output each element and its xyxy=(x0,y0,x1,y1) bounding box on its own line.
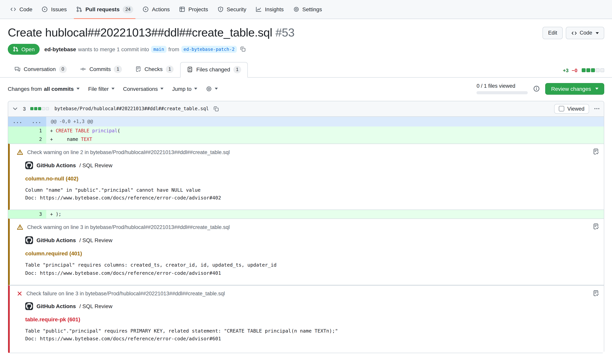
viewed-checkbox[interactable] xyxy=(559,106,564,111)
deletions-count: −0 xyxy=(572,67,577,73)
conversations-label: Conversations xyxy=(123,86,158,92)
author-login[interactable]: ed-bytebase xyxy=(44,46,76,52)
merge-text: wants to merge 1 commit into xyxy=(78,46,149,52)
pr-status-row: Open ed-bytebase wants to merge 1 commit… xyxy=(0,40,612,54)
tab-counter: 1 xyxy=(166,65,174,73)
github-avatar[interactable] xyxy=(25,302,33,310)
checklist-icon xyxy=(135,66,141,72)
pr-number: #53 xyxy=(275,26,294,39)
expand-dots[interactable]: ... xyxy=(8,117,27,126)
check-app-row: GitHub Actions / SQL Review xyxy=(25,236,597,244)
page: Code Issues Pull requests 24 Actions P xyxy=(0,0,612,364)
line-code: + CREATE TABLE principal( xyxy=(46,126,604,135)
chevron-down-icon[interactable] xyxy=(12,105,18,112)
pr-title-text: Create hublocal##20221013##ddl##create_t… xyxy=(8,26,272,39)
check-annotation-warning: Check warning on line 3 in bytebase/Prod… xyxy=(8,219,604,285)
hunk-header-row: ... ... @@ -0,0 +1,3 @@ xyxy=(8,117,604,126)
tab-checks[interactable]: Checks 1 xyxy=(129,62,180,77)
code-text: + name xyxy=(50,136,81,142)
check-run-icon[interactable] xyxy=(593,290,599,296)
check-app-name[interactable]: GitHub Actions xyxy=(37,237,76,243)
check-app-name[interactable]: GitHub Actions xyxy=(37,303,76,309)
edit-button[interactable]: Edit xyxy=(543,27,563,39)
check-app-row: GitHub Actions / SQL Review xyxy=(25,161,597,169)
code-keyword: CREATE TABLE xyxy=(56,128,89,133)
review-changes-button[interactable]: Review changes xyxy=(545,83,604,94)
line-number[interactable]: 1 xyxy=(8,126,46,135)
alert-icon xyxy=(17,224,23,231)
nav-item-label: Projects xyxy=(188,6,208,13)
nav-item-insights[interactable]: Insights xyxy=(252,0,288,19)
diffstat: +3 −0 xyxy=(563,67,604,77)
conversations-dropdown[interactable]: Conversations xyxy=(123,86,164,92)
file-diffstat-squares xyxy=(30,107,49,110)
annotation-header: Check failure on line 3 in bytebase/Prod… xyxy=(17,290,597,296)
github-avatar[interactable] xyxy=(25,161,33,169)
alert-icon xyxy=(17,149,23,156)
viewed-toggle[interactable]: Viewed xyxy=(554,104,589,114)
chevron-down-icon xyxy=(77,88,80,90)
tab-commits[interactable]: Commits 1 xyxy=(73,62,129,77)
base-branch-label[interactable]: main xyxy=(151,46,166,52)
file-path[interactable]: bytebase/Prod/hublocal##20221013##ddl##c… xyxy=(54,106,209,111)
expand-dots[interactable]: ... xyxy=(27,117,46,126)
chevron-down-icon xyxy=(160,88,164,90)
status-badge: Open xyxy=(8,44,40,54)
check-message: Table "public"."principal" requires PRIM… xyxy=(25,327,597,335)
merge-description: ed-bytebase wants to merge 1 commit into… xyxy=(44,46,246,52)
copy-file-path-icon[interactable] xyxy=(213,106,219,112)
nav-item-pull-requests[interactable]: Pull requests 24 xyxy=(72,0,137,19)
annotation-header-text: Check warning on line 2 in bytebase/Prod… xyxy=(27,149,230,155)
check-app-name[interactable]: GitHub Actions xyxy=(37,162,76,168)
nav-item-label: Pull requests xyxy=(85,6,120,13)
line-number[interactable]: 2 xyxy=(8,135,46,143)
x-icon xyxy=(17,290,23,296)
line-number[interactable]: 3 xyxy=(8,210,46,219)
gear-icon xyxy=(206,86,212,92)
code-icon xyxy=(571,30,577,36)
code-dropdown-button[interactable]: Code xyxy=(566,27,604,39)
files-viewed-count: 0 / 1 files viewed xyxy=(477,83,528,89)
kebab-menu-icon[interactable] xyxy=(594,105,600,112)
tab-files-changed[interactable]: Files changed 1 xyxy=(180,62,248,78)
copy-branch-icon[interactable] xyxy=(240,46,246,52)
file-filter-label: File filter xyxy=(88,86,109,92)
jump-to-dropdown[interactable]: Jump to xyxy=(172,86,198,92)
tab-conversation[interactable]: Conversation 0 xyxy=(8,62,73,77)
code-text xyxy=(89,128,92,133)
nav-item-settings[interactable]: Settings xyxy=(289,0,326,19)
check-annotation-failure: Check failure on line 3 in bytebase/Prod… xyxy=(8,285,604,353)
expand-hunk-gutter[interactable]: ... ... xyxy=(8,117,46,126)
pr-tabs: Conversation 0 Commits 1 Checks 1 Files … xyxy=(0,62,612,78)
status-badge-label: Open xyxy=(21,46,35,52)
git-pull-request-icon xyxy=(76,6,82,13)
pull-requests-counter: 24 xyxy=(123,6,133,13)
file-filter-dropdown[interactable]: File filter xyxy=(88,86,115,92)
nav-item-projects[interactable]: Projects xyxy=(175,0,212,19)
check-run-icon[interactable] xyxy=(593,148,599,155)
check-doc-link: Doc: https://www.bytebase.com/docs/refer… xyxy=(25,195,597,202)
code-text: + xyxy=(50,128,56,133)
project-icon xyxy=(179,6,185,13)
annotation-header: Check warning on line 2 in bytebase/Prod… xyxy=(17,149,597,156)
review-changes-label: Review changes xyxy=(551,86,591,92)
nav-item-issues[interactable]: Issues xyxy=(38,0,71,19)
file-header: 3 bytebase/Prod/hublocal##20221013##ddl#… xyxy=(8,101,604,117)
nav-item-code[interactable]: Code xyxy=(6,0,36,19)
check-run-icon[interactable] xyxy=(593,223,599,230)
nav-item-security[interactable]: Security xyxy=(213,0,250,19)
chevron-down-icon xyxy=(111,88,115,90)
changes-from-dropdown[interactable]: Changes from all commits xyxy=(8,86,80,92)
chevron-down-icon xyxy=(194,88,197,90)
diff-line: 1 + CREATE TABLE principal( xyxy=(8,126,604,135)
repo-nav: Code Issues Pull requests 24 Actions P xyxy=(0,0,612,19)
github-avatar[interactable] xyxy=(25,236,33,244)
nav-item-actions[interactable]: Actions xyxy=(139,0,173,19)
diff-settings-dropdown[interactable] xyxy=(206,86,218,92)
changes-from-text: Changes from xyxy=(8,86,42,92)
check-rule-title: table.require-pk (601) xyxy=(25,316,597,322)
check-doc-link: Doc: https://www.bytebase.com/docs/refer… xyxy=(25,270,597,277)
info-icon[interactable] xyxy=(533,85,540,92)
page-title: Create hublocal##20221013##ddl##create_t… xyxy=(8,25,543,40)
head-branch-label[interactable]: ed-bytebase-patch-2 xyxy=(181,46,237,52)
